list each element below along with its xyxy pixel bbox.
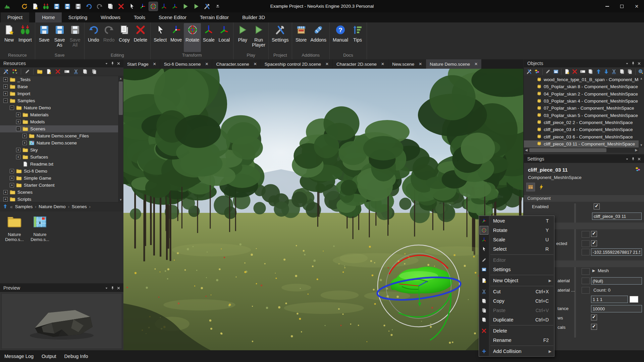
neoaxis-logo-icon[interactable] bbox=[3, 2, 11, 11]
close-icon[interactable] bbox=[636, 60, 642, 66]
tips-button[interactable]: Tips bbox=[350, 23, 365, 52]
tree-item[interactable]: +Import bbox=[0, 90, 118, 97]
settings-button[interactable]: Settings bbox=[270, 23, 290, 52]
tree-item[interactable]: +Surfaces bbox=[0, 154, 118, 161]
context-menu-item-rename[interactable]: RenameF2 bbox=[479, 336, 554, 345]
new-file-icon[interactable] bbox=[564, 68, 570, 75]
tab-character-scene[interactable]: Character.scene✕ bbox=[212, 59, 260, 69]
context-menu-item-select[interactable]: SelectR bbox=[479, 244, 554, 254]
expander-icon[interactable]: + bbox=[3, 190, 8, 194]
rotate-button[interactable]: Rotate bbox=[184, 23, 201, 52]
navigate-up-icon[interactable] bbox=[3, 204, 8, 210]
tools-icon[interactable] bbox=[526, 68, 532, 75]
tab-sci-fi-demo-scene[interactable]: Sci-fi Demo.scene✕ bbox=[160, 59, 212, 69]
delete-icon[interactable] bbox=[54, 68, 61, 75]
objects-list-item[interactable]: cliff_piece_03 6 - Component_MeshInSpace bbox=[524, 133, 639, 140]
run-player-button[interactable]: Run Player bbox=[250, 23, 267, 52]
copy-icon[interactable] bbox=[587, 68, 593, 75]
copy-button[interactable]: Copy bbox=[117, 23, 132, 52]
expander-icon[interactable]: − bbox=[10, 106, 14, 110]
can-be-selected-checkbox[interactable]: ✓ bbox=[591, 240, 597, 246]
window-icon[interactable] bbox=[553, 68, 559, 75]
objects-list-item[interactable]: 04_Poplar_skan 2 - Component_MeshInSpace bbox=[524, 90, 639, 98]
objects-list-item[interactable]: cliff_piece_02 2 - Component_MeshInSpace bbox=[524, 119, 639, 126]
tree-item[interactable]: +Models bbox=[0, 118, 118, 125]
context-menu-item-settings[interactable]: Settings bbox=[479, 265, 554, 274]
expander-icon[interactable]: + bbox=[3, 92, 8, 96]
maximize-button[interactable] bbox=[614, 0, 629, 12]
collapse-chevrons-icon[interactable]: « bbox=[10, 204, 13, 209]
reset-default-button[interactable] bbox=[582, 240, 590, 247]
preview-viewport[interactable] bbox=[1, 293, 122, 349]
panel-menu-button[interactable] bbox=[103, 60, 109, 66]
tab-close-icon[interactable]: ✕ bbox=[474, 62, 478, 66]
pin-icon[interactable] bbox=[630, 60, 636, 66]
objects-list-item[interactable]: 05_Poplar_skan 8 - Component_MeshInSpace bbox=[524, 83, 639, 90]
color-field[interactable] bbox=[591, 296, 628, 303]
import-icon[interactable] bbox=[42, 2, 50, 11]
tree-item[interactable]: +Scripts bbox=[0, 196, 118, 202]
store-button[interactable]: Store bbox=[293, 23, 309, 52]
tools-icon[interactable] bbox=[203, 2, 211, 11]
expander-icon[interactable]: + bbox=[10, 176, 14, 180]
scroll-down-icon[interactable]: ▼ bbox=[639, 143, 644, 147]
expander-icon[interactable]: + bbox=[10, 169, 14, 173]
objects-list-item[interactable]: cliff_piece_03 11 - Component_MeshInSpac… bbox=[524, 140, 639, 147]
import-button[interactable]: Import bbox=[17, 23, 34, 52]
new-folder-icon[interactable] bbox=[36, 68, 43, 75]
component-section-header[interactable]: Component bbox=[524, 195, 644, 202]
menu-item-terrain-editor[interactable]: Terrain Editor bbox=[193, 12, 235, 22]
close-button[interactable]: ✕ bbox=[629, 0, 644, 12]
paste-icon[interactable] bbox=[90, 68, 98, 75]
scroll-thumb[interactable] bbox=[529, 148, 606, 152]
expander-icon[interactable]: + bbox=[16, 113, 20, 117]
delete-icon[interactable] bbox=[117, 2, 125, 11]
context-menu-item-scale[interactable]: ScaleU bbox=[479, 235, 554, 244]
reset-default-button[interactable] bbox=[582, 278, 590, 284]
save-all-button[interactable]: Save All bbox=[67, 23, 83, 52]
reset-default-button[interactable] bbox=[582, 268, 590, 275]
scale-axes-icon[interactable] bbox=[160, 2, 168, 11]
expander-icon[interactable]: + bbox=[22, 134, 27, 138]
statusbar-item-output[interactable]: Output bbox=[42, 354, 56, 359]
search-icon[interactable] bbox=[638, 68, 644, 75]
redo-button[interactable]: Redo bbox=[101, 23, 117, 52]
save-button[interactable]: Save bbox=[37, 23, 52, 52]
undo-button[interactable]: Undo bbox=[86, 23, 101, 52]
transform-colored-icon[interactable] bbox=[534, 68, 540, 75]
visible-checkbox[interactable]: ✓ bbox=[591, 231, 597, 237]
transform-tool-icon[interactable] bbox=[635, 166, 641, 174]
scroll-right-icon[interactable]: ▶ bbox=[634, 147, 639, 153]
close-icon[interactable] bbox=[115, 60, 121, 66]
new-file-icon[interactable] bbox=[45, 68, 52, 75]
tab-close-icon[interactable]: ✕ bbox=[419, 62, 422, 66]
reset-default-button[interactable] bbox=[582, 231, 590, 238]
expand-arrow-icon[interactable]: ▶ bbox=[592, 268, 595, 273]
menu-item-windows[interactable]: Windows bbox=[94, 12, 127, 22]
menu-item-home[interactable]: Home bbox=[35, 12, 62, 22]
objects-list-item[interactable]: cliff_piece_03 4 - Component_MeshInSpace bbox=[524, 126, 639, 133]
play-icon[interactable] bbox=[181, 2, 190, 11]
close-icon[interactable] bbox=[115, 285, 121, 291]
file-tile[interactable]: Nature Demo.s... bbox=[30, 215, 50, 242]
tree-item[interactable]: −Samples bbox=[0, 97, 118, 104]
visibility-distance-field[interactable] bbox=[591, 305, 642, 312]
tree-item[interactable]: +_Tests bbox=[0, 76, 118, 83]
copy-icon[interactable] bbox=[106, 2, 115, 11]
tab-new-scene[interactable]: New.scene✕ bbox=[388, 59, 426, 69]
reset-default-button[interactable] bbox=[582, 287, 590, 294]
objects-horizontal-scrollbar[interactable]: ◀ ▶ bbox=[524, 147, 639, 153]
resources-scrollbar[interactable]: ▲ ▼ bbox=[118, 76, 123, 202]
edit-icon[interactable] bbox=[23, 68, 31, 75]
tree-item[interactable]: +Sci-fi Demo bbox=[0, 168, 118, 175]
scroll-up-icon[interactable]: ▲ bbox=[639, 77, 644, 80]
rename-icon[interactable] bbox=[580, 68, 586, 75]
play-button[interactable]: Play bbox=[235, 23, 250, 52]
rotate-gizmo-icon[interactable] bbox=[149, 2, 158, 11]
select-button[interactable]: Select bbox=[152, 23, 168, 52]
tools-icon[interactable] bbox=[2, 68, 9, 75]
panel-menu-button[interactable] bbox=[624, 156, 630, 162]
context-menu-item-new-object[interactable]: New Object▶ bbox=[479, 276, 554, 285]
context-menu-item-duplicate[interactable]: DuplicateCtrl+D bbox=[479, 315, 554, 324]
scroll-down-icon[interactable]: ▼ bbox=[118, 197, 123, 202]
